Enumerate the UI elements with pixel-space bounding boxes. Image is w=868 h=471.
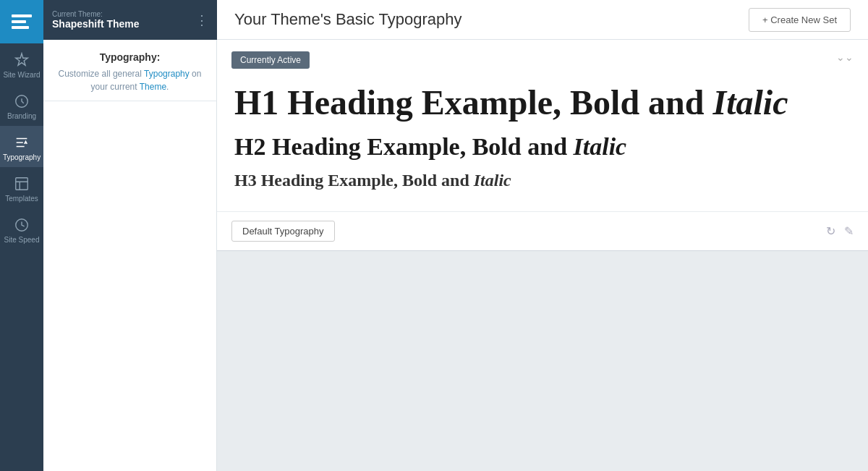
sidebar-item-label-site-speed: Site Speed <box>4 236 40 244</box>
typography-card: Currently Active ⌄⌄ H1 Heading Example, … <box>217 40 868 250</box>
svg-rect-1 <box>12 20 26 23</box>
theme-menu-icon[interactable]: ⋮ <box>195 12 208 28</box>
collapse-icon[interactable]: ⌄⌄ <box>836 51 854 63</box>
main-content: Your Theme's Basic Typography + Create N… <box>217 0 868 471</box>
edit-icon[interactable]: ✎ <box>844 224 854 238</box>
panel-header: Typography: Customize all general Typogr… <box>43 40 216 101</box>
sidebar-item-templates[interactable]: Templates <box>0 167 43 208</box>
sidebar-item-site-speed[interactable]: Site Speed <box>0 208 43 250</box>
svg-rect-4 <box>16 178 28 190</box>
sidebar-item-label-site-wizard: Site Wizard <box>3 71 40 79</box>
sidebar-item-label-typography: Typography <box>3 153 41 161</box>
theme-name: Shapeshift Theme <box>52 18 140 30</box>
h3-preview: H3 Heading Example, Bold and Italic <box>234 170 851 191</box>
typography-set-row: Default Typography ↻ ✎ <box>217 211 868 250</box>
sidebar-item-typography[interactable]: Typography <box>0 126 43 167</box>
svg-rect-0 <box>12 14 32 17</box>
currently-active-badge: Currently Active <box>231 51 310 69</box>
main-body: Currently Active ⌄⌄ H1 Heading Example, … <box>217 40 868 471</box>
panel-subtitle: Customize all general Typography on your… <box>58 67 202 93</box>
brand-logo-area <box>0 0 43 43</box>
create-new-set-button[interactable]: + Create New Set <box>749 8 851 32</box>
heading-preview: H1 Heading Example, Bold and Italic H2 H… <box>217 75 868 211</box>
main-header: Your Theme's Basic Typography + Create N… <box>217 0 868 40</box>
h1-preview: H1 Heading Example, Bold and Italic <box>234 82 851 124</box>
typography-set-label: Default Typography <box>231 221 335 242</box>
theme-info: Current Theme: Shapeshift Theme <box>52 10 140 30</box>
sidebar-item-site-wizard[interactable]: Site Wizard <box>0 43 43 85</box>
panel-sidebar: Typography: Customize all general Typogr… <box>43 40 217 471</box>
icon-sidebar: Site Wizard Branding Typography Template… <box>0 0 43 471</box>
svg-rect-2 <box>12 26 29 29</box>
page-title: Your Theme's Basic Typography <box>234 10 461 29</box>
panel-title: Typography: <box>58 51 202 63</box>
theme-header: Current Theme: Shapeshift Theme ⋮ <box>43 0 217 40</box>
sidebar-item-branding[interactable]: Branding <box>0 85 43 126</box>
current-theme-label: Current Theme: <box>52 10 140 18</box>
brand-icon <box>10 10 33 33</box>
h2-preview: H2 Heading Example, Bold and Italic <box>234 132 851 162</box>
empty-area <box>217 251 868 468</box>
set-actions: ↻ ✎ <box>826 224 854 238</box>
refresh-icon[interactable]: ↻ <box>826 224 835 238</box>
sidebar-item-label-templates: Templates <box>5 195 38 203</box>
sidebar-item-label-branding: Branding <box>7 112 36 120</box>
